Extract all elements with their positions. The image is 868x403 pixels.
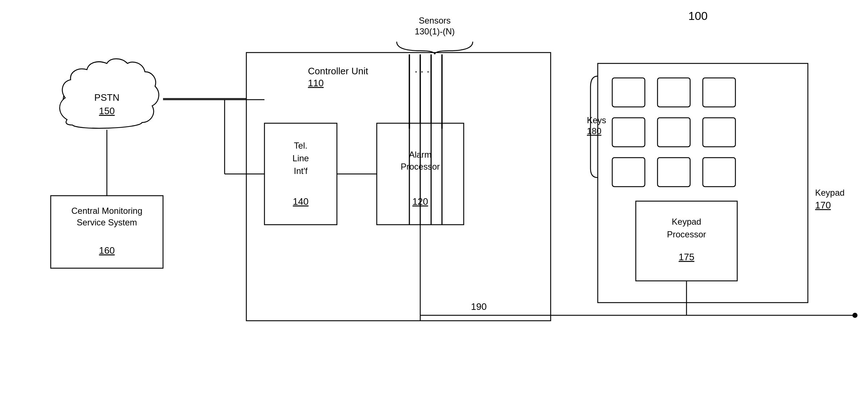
controller-unit-id: 110 [308,78,324,88]
sensors-label: Sensors [419,16,451,25]
svg-rect-17 [658,78,690,107]
keypad-processor-box [636,201,737,281]
svg-rect-21 [703,118,735,147]
central-monitoring-label2: Service System [77,217,137,227]
tel-line-id: 140 [293,196,308,207]
keypad-processor-id: 175 [679,252,694,262]
bus-id: 190 [471,301,487,312]
keys-label: Keys [587,115,606,125]
svg-rect-22 [612,158,645,187]
svg-rect-23 [658,158,690,187]
pstn-label: PSTN [94,92,119,103]
svg-rect-20 [658,118,690,147]
svg-rect-16 [612,78,645,107]
keypad-label: Keypad [815,188,844,198]
keys-id: 180 [587,126,601,136]
sensors-range: 130(1)-(N) [415,26,455,36]
diagram-title: 100 [688,9,708,22]
central-monitoring-label: Central Monitoring [71,206,142,216]
diagram-container: 100 PSTN 150 Central Monitoring Service … [0,0,868,403]
svg-point-27 [852,313,857,318]
svg-rect-19 [612,118,645,147]
svg-rect-18 [703,78,735,107]
pstn-id: 150 [99,105,114,116]
tel-line-label3: Int'f [294,166,308,176]
svg-rect-24 [703,158,735,187]
keypad-id: 170 [815,200,831,211]
keypad-processor-label1: Keypad [672,217,701,227]
svg-text:. . .: . . . [414,63,430,75]
tel-line-label1: Tel. [294,141,307,150]
controller-unit-label: Controller Unit [308,66,368,76]
tel-line-label2: Line [292,153,309,163]
keypad-processor-label2: Processor [667,229,706,239]
central-monitoring-id: 160 [99,245,114,256]
